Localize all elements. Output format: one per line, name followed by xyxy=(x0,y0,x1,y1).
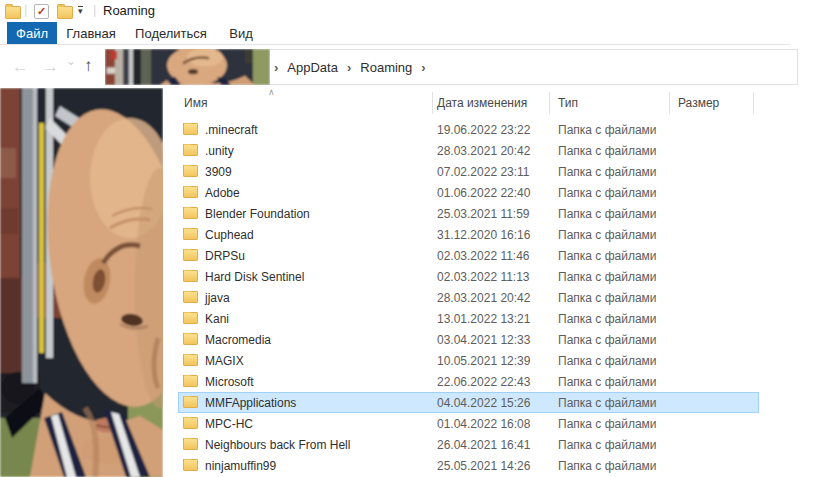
file-date-modified: 26.04.2021 16:41 xyxy=(432,438,549,452)
folder-icon xyxy=(183,396,198,408)
file-type: Папка с файлами xyxy=(549,207,669,221)
file-name: ninjamuffin99 xyxy=(205,459,276,473)
file-row[interactable]: Cuphead31.12.2020 16:16Папка с файлами xyxy=(178,224,759,245)
file-type: Папка с файлами xyxy=(549,396,669,410)
file-name: Neighbours back From Hell xyxy=(205,438,350,452)
qat-customize-dropdown-icon[interactable]: ▾ xyxy=(78,6,83,16)
file-row[interactable]: MAGIX10.05.2021 12:39Папка с файлами xyxy=(178,350,759,371)
up-button-icon[interactable]: ↑ xyxy=(84,56,93,76)
file-row[interactable]: Neighbours back From Hell26.04.2021 16:4… xyxy=(178,434,759,455)
file-row[interactable]: MPC-HC01.04.2022 16:08Папка с файлами xyxy=(178,413,759,434)
file-name: Blender Foundation xyxy=(205,207,310,221)
file-row[interactable]: Kani13.01.2022 13:21Папка с файлами xyxy=(178,308,759,329)
file-type: Папка с файлами xyxy=(549,312,669,326)
file-name: 3909 xyxy=(205,165,232,179)
column-divider[interactable] xyxy=(549,92,550,114)
file-date-modified: 02.03.2022 11:46 xyxy=(432,249,549,263)
column-divider[interactable] xyxy=(669,92,670,114)
folder-icon xyxy=(183,228,198,240)
file-list: .minecraft19.06.2022 23:22Папка с файлам… xyxy=(178,119,759,476)
folder-icon xyxy=(183,438,198,450)
file-type: Папка с файлами xyxy=(549,417,669,431)
column-header-name[interactable]: Имя xyxy=(184,96,207,110)
file-type: Папка с файлами xyxy=(549,438,669,452)
file-date-modified: 28.03.2021 20:42 xyxy=(432,291,549,305)
file-row[interactable]: .minecraft19.06.2022 23:22Папка с файлам… xyxy=(178,119,759,140)
file-type: Папка с файлами xyxy=(549,354,669,368)
file-type: Папка с файлами xyxy=(549,375,669,389)
file-date-modified: 22.06.2022 22:43 xyxy=(432,375,549,389)
file-name: Cuphead xyxy=(205,228,254,242)
file-date-modified: 19.06.2022 23:22 xyxy=(432,123,549,137)
file-date-modified: 25.05.2021 14:26 xyxy=(432,459,549,473)
folder-icon xyxy=(183,417,198,429)
file-date-modified: 01.04.2022 16:08 xyxy=(432,417,549,431)
separator: | xyxy=(24,2,27,17)
file-row[interactable]: Adobe01.06.2022 22:40Папка с файлами xyxy=(178,182,759,203)
meme-image-small xyxy=(105,49,270,85)
qat-properties-button[interactable]: ✓ xyxy=(34,4,49,19)
file-type: Папка с файлами xyxy=(549,270,669,284)
file-date-modified: 01.06.2022 22:40 xyxy=(432,186,549,200)
folder-icon xyxy=(183,165,198,177)
file-name: MMFApplications xyxy=(205,396,296,410)
file-date-modified: 04.04.2022 15:26 xyxy=(432,396,549,410)
file-type: Папка с файлами xyxy=(549,165,669,179)
tab-share[interactable]: Поделиться xyxy=(132,22,210,45)
folder-icon xyxy=(183,312,198,324)
file-name: Hard Disk Sentinel xyxy=(205,270,304,284)
back-button-icon[interactable]: ← xyxy=(12,57,29,77)
file-name: jjava xyxy=(205,291,230,305)
folder-icon xyxy=(183,291,198,303)
tab-home[interactable]: Главная xyxy=(64,22,118,45)
file-row[interactable]: Hard Disk Sentinel02.03.2022 11:13Папка … xyxy=(178,266,759,287)
column-divider[interactable] xyxy=(753,92,754,114)
file-name: Kani xyxy=(205,312,229,326)
tab-file[interactable]: Файл xyxy=(7,22,57,45)
address-bar[interactable]: › AppData › Roaming › xyxy=(105,49,798,85)
file-date-modified: 25.03.2021 11:59 xyxy=(432,207,549,221)
file-row[interactable]: jjava28.03.2021 20:42Папка с файлами xyxy=(178,287,759,308)
file-row[interactable]: .unity28.03.2021 20:42Папка с файлами xyxy=(178,140,759,161)
file-row[interactable]: Macromedia03.04.2021 12:33Папка с файлам… xyxy=(178,329,759,350)
column-header-type[interactable]: Тип xyxy=(558,96,578,110)
forward-button-icon[interactable]: → xyxy=(42,57,59,77)
file-row[interactable]: 390907.02.2022 23:11Папка с файлами xyxy=(178,161,759,182)
column-divider[interactable] xyxy=(432,92,433,114)
folder-icon xyxy=(183,207,198,219)
file-date-modified: 07.02.2022 23:11 xyxy=(432,165,549,179)
file-type: Папка с файлами xyxy=(549,144,669,158)
file-name: MPC-HC xyxy=(205,417,253,431)
breadcrumb-item-roaming[interactable]: Roaming xyxy=(360,60,412,75)
file-type: Папка с файлами xyxy=(549,228,669,242)
breadcrumb-item-appdata[interactable]: AppData xyxy=(287,60,338,75)
column-header-date[interactable]: Дата изменения xyxy=(437,96,527,110)
file-date-modified: 02.03.2022 11:13 xyxy=(432,270,549,284)
folder-icon xyxy=(183,249,198,261)
meme-image-large xyxy=(0,88,163,477)
qat-new-folder-button[interactable] xyxy=(57,6,73,19)
ribbon-divider xyxy=(0,44,790,45)
recent-locations-dropdown-icon[interactable]: ⌄ xyxy=(66,54,76,68)
file-type: Папка с файлами xyxy=(549,459,669,473)
file-row-selected[interactable]: MMFApplications04.04.2022 15:26Папка с ф… xyxy=(178,392,759,413)
window-title: Roaming xyxy=(103,3,155,18)
file-name: .minecraft xyxy=(205,123,258,137)
file-row[interactable]: DRPSu02.03.2022 11:46Папка с файлами xyxy=(178,245,759,266)
breadcrumb-chevron-icon[interactable]: › xyxy=(421,60,425,75)
column-header-size[interactable]: Размер xyxy=(678,96,719,110)
folder-icon xyxy=(183,375,198,387)
tab-view[interactable]: Вид xyxy=(220,22,262,45)
file-name: .unity xyxy=(205,144,234,158)
file-row[interactable]: Blender Foundation25.03.2021 11:59Папка … xyxy=(178,203,759,224)
folder-icon xyxy=(183,354,198,366)
sort-ascending-icon: ∧ xyxy=(268,87,275,97)
file-date-modified: 10.05.2021 12:39 xyxy=(432,354,549,368)
file-date-modified: 28.03.2021 20:42 xyxy=(432,144,549,158)
file-row[interactable]: Microsoft22.06.2022 22:43Папка с файлами xyxy=(178,371,759,392)
breadcrumb-chevron-icon[interactable]: › xyxy=(347,60,351,75)
file-row[interactable]: ninjamuffin9925.05.2021 14:26Папка с фай… xyxy=(178,455,759,476)
file-name: Macromedia xyxy=(205,333,271,347)
breadcrumb-chevron-icon: › xyxy=(274,60,278,75)
file-name: Microsoft xyxy=(205,375,254,389)
